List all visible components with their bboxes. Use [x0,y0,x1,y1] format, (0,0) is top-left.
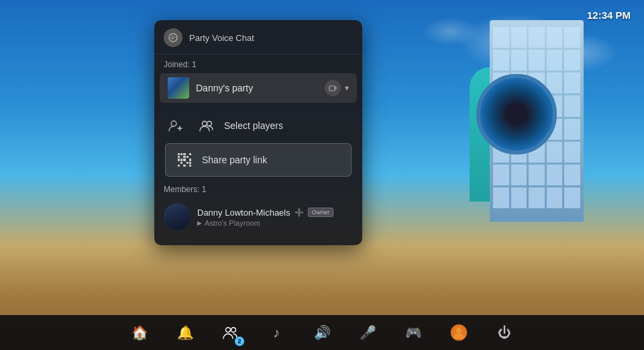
taskbar: 🏠 🔔 2 ♪ 🔊 🎤 🎮 ⏻ [0,315,644,350]
party-row[interactable]: Danny's party ▾ [160,73,357,103]
taskbar-power[interactable]: ⏻ [492,320,517,345]
share-party-link-button[interactable]: Share party link [165,143,352,177]
dropdown-menu: Select players Share party link [160,108,357,177]
party-name: Danny's party [196,83,325,93]
members-label: Members: 1 [154,177,362,200]
svg-point-8 [456,328,462,333]
taskbar-music[interactable]: ♪ [264,320,288,345]
qr-code-icon [175,150,194,169]
svg-point-5 [226,328,231,333]
people-icon [197,116,216,135]
owner-badge: Owner [308,208,334,217]
taskbar-avatar[interactable] [447,320,471,345]
taskbar-mic[interactable]: 🎤 [356,320,380,345]
add-player-icon [165,115,186,136]
svg-point-0 [169,34,177,42]
member-avatar [164,204,191,230]
joined-label: Joined: 1 [154,54,362,73]
taskbar-volume[interactable]: 🔊 [310,320,334,345]
share-party-link-label: Share party link [202,155,267,165]
svg-point-3 [203,122,207,126]
party-panel: Party Voice Chat Joined: 1 Danny's party… [154,20,362,245]
party-badge: 2 [235,337,244,346]
game-name: Astro's Playroom [205,219,260,227]
voice-chat-icon [164,28,182,47]
panel-title: Party Voice Chat [189,33,254,43]
taskbar-notifications[interactable]: 🔔 [173,320,197,345]
member-game: ▶ Astro's Playroom [197,219,353,227]
taskbar-party[interactable]: 2 [219,320,243,345]
add-player-area: Select players [160,108,357,140]
camera-button[interactable] [325,80,341,96]
svg-point-2 [171,121,176,126]
party-expand-button[interactable]: ▾ [345,83,349,93]
taskbar-gamepad[interactable]: 🎮 [401,320,425,345]
svg-point-6 [231,328,236,333]
svg-rect-1 [329,86,335,91]
select-players-label: Select players [224,120,283,131]
party-avatar [168,77,189,99]
panel-header: Party Voice Chat [154,20,362,54]
svg-point-4 [207,122,212,126]
game-icon: ▶ [197,220,202,226]
member-info: Danny Lowton-Michaels ➕ Owner ▶ Astro's … [197,208,353,227]
party-controls: ▾ [325,80,349,96]
ps-plus-icon: ➕ [294,208,304,217]
member-name-row: Danny Lowton-Michaels ➕ Owner [197,208,353,218]
member-row: Danny Lowton-Michaels ➕ Owner ▶ Astro's … [154,200,362,234]
scene-decoration [449,20,584,235]
system-clock: 12:34 PM [587,9,631,21]
member-name: Danny Lowton-Michaels [197,208,290,218]
taskbar-home[interactable]: 🏠 [127,320,152,345]
select-players-button[interactable]: Select players [191,111,352,140]
